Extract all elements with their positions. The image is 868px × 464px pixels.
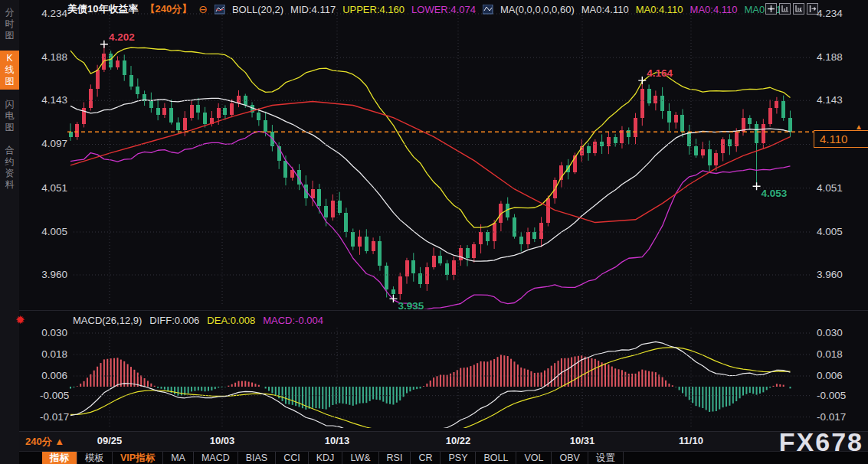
ma-value-3: MA0:4.110	[690, 4, 738, 15]
price-axis-label: 4.188	[40, 51, 67, 63]
macd-macd-value: MACD:-0.004	[263, 315, 323, 326]
macd-axis-label: -0.005	[817, 390, 846, 401]
sidebar-item-char: 资	[5, 168, 15, 179]
macd-axis-label: 0.018	[817, 348, 843, 360]
price-axis-label: 4.051	[40, 182, 67, 194]
sidebar-item-char: 图	[5, 76, 15, 87]
price-arrow-icon: ▲	[855, 123, 863, 131]
tab-cr[interactable]: CR	[411, 452, 441, 464]
sidebar-item-char: K	[6, 53, 12, 64]
sidebar-item-char: 时	[5, 18, 15, 30]
boll-lower-value: LOWER:4.074	[411, 4, 476, 15]
ma-indicator-icon	[483, 5, 493, 15]
sidebar-item-contract-info[interactable]: 合约资料	[0, 142, 19, 193]
extreme-price-label: 3.935	[398, 300, 424, 312]
tab-rsi[interactable]: RSI	[379, 452, 411, 464]
tab-settings[interactable]: 设置	[588, 452, 624, 464]
boll-mid-value: MID:4.117	[290, 4, 336, 15]
pan-right-icon[interactable]	[807, 3, 818, 15]
chart-canvas[interactable]	[0, 0, 868, 464]
ma-label: MA(0,0,0,0,0,60)	[500, 4, 575, 15]
sidebar-item-timeshare[interactable]: 分时图	[0, 5, 19, 44]
tab-template[interactable]: 模板	[77, 452, 113, 464]
price-axis-label: 4.005	[40, 226, 67, 237]
axis-scale-left-icon[interactable]	[779, 3, 791, 15]
tab-bias[interactable]: BIAS	[238, 452, 277, 464]
tab-boll[interactable]: BOLL	[476, 452, 516, 464]
ma-value-2: MA0:4.110	[636, 4, 683, 15]
chart-toolbar	[765, 3, 818, 15]
tab-lwr[interactable]: LW&	[342, 452, 378, 464]
tab-vol[interactable]: VOL	[516, 452, 552, 464]
macd-diff-value: DIFF:0.006	[149, 315, 199, 326]
price-axis-label: 4.097	[40, 138, 67, 149]
sidebar-item-kline[interactable]: K线图	[0, 51, 19, 90]
sidebar-item-char: 电	[5, 110, 15, 122]
sidebar-item-char: 合	[5, 145, 15, 156]
tab-obv[interactable]: OBV	[552, 452, 588, 464]
macd-axis-label: 0.018	[40, 348, 67, 360]
date-tick-label: 10/31	[570, 435, 595, 446]
sidebar-item-char: 约	[5, 156, 15, 168]
macd-axis-label: -0.005	[40, 390, 67, 401]
indicator-tabbar: 指标模板VIP指标MAMACDBIASCCIKDJLW&RSICRPSYBOLL…	[19, 451, 868, 464]
macd-params: MACD(26,12,9)	[73, 315, 142, 326]
price-axis-label: 4.005	[817, 226, 843, 237]
tab-ma[interactable]: MA	[163, 452, 194, 464]
crosshair-tool-icon[interactable]	[765, 3, 777, 15]
sidebar-item-char: 图	[5, 30, 15, 41]
date-tick-label: 10/03	[210, 435, 235, 446]
macd-axis-label: 0.006	[817, 370, 843, 381]
price-axis-label: 4.051	[817, 182, 843, 194]
sidebar-item-char: 线	[5, 64, 15, 76]
watermark: FX678	[779, 427, 863, 457]
chevron-up-icon: ▲	[54, 436, 64, 447]
tab-kdj[interactable]: KDJ	[309, 452, 343, 464]
date-tick-label: 09/25	[97, 435, 123, 446]
price-axis-label: 3.960	[40, 269, 67, 280]
macd-axis-label: 0.030	[40, 327, 67, 338]
sidebar-item-char: 料	[5, 179, 15, 191]
macd-dea-value: DEA:0.008	[207, 315, 255, 326]
macd-axis-label: -0.017	[817, 411, 846, 423]
tab-cci[interactable]: CCI	[276, 452, 309, 464]
tab-psy[interactable]: PSY	[441, 452, 476, 464]
macd-axis-label: -0.017	[40, 411, 67, 423]
boll-indicator-icon	[215, 5, 225, 15]
extreme-price-label: 4.164	[647, 67, 673, 79]
macd-axis-label: 0.006	[40, 370, 67, 381]
date-tick-label: 10/13	[325, 435, 350, 446]
tab-indicator[interactable]: 指标	[42, 452, 77, 464]
macd-axis-label: 0.030	[817, 327, 843, 338]
price-axis-label: 4.188	[817, 51, 843, 63]
price-axis-label: 4.143	[40, 94, 67, 106]
date-tick-label: 10/22	[446, 435, 471, 446]
price-axis-label: 4.234	[40, 8, 67, 19]
price-axis-label: 4.143	[817, 94, 843, 106]
period-badge[interactable]: 【240分】	[145, 2, 192, 16]
macd-label-row: MACD(26,12,9) DIFF:0.006 DEA:0.008 MACD:…	[73, 315, 323, 326]
boll-label: BOLL(20,2)	[232, 4, 283, 15]
sidebar-item-char: 图	[5, 122, 15, 133]
symbol-title: 美债10年收益率	[67, 2, 138, 16]
sidebar-item-char: 分	[5, 7, 15, 18]
extreme-price-label: 4.053	[762, 188, 788, 199]
top-info-bar: 美债10年收益率 【240分】 ⊖ BOLL(20,2) MID:4.117 U…	[67, 2, 781, 16]
sidebar-item-char: 闪	[5, 99, 15, 110]
xaxis-row: 240分 ▲ 09/2510/0310/1310/2210/3111/10	[19, 431, 868, 452]
collapse-icon[interactable]: ⊖	[198, 5, 208, 14]
boll-upper-value: UPPER:4.160	[342, 4, 405, 15]
panel-divider	[19, 310, 868, 311]
sidebar-item-lightning[interactable]: 闪电图	[0, 96, 19, 136]
left-sidebar: 分时图K线图闪电图合约资料	[0, 0, 19, 464]
ma-value-1: MA0:4.110	[581, 4, 629, 15]
alarm-indicator-icon[interactable]: ✹	[15, 313, 25, 327]
tab-macd[interactable]: MACD	[194, 452, 238, 464]
date-tick-label: 11/10	[679, 435, 703, 446]
current-price-tag: 4.110	[814, 130, 868, 148]
price-axis-label: 4.234	[817, 8, 843, 19]
extreme-price-label: 4.202	[109, 31, 135, 43]
axis-scale-right-icon[interactable]	[793, 3, 804, 15]
tab-vip-indicator[interactable]: VIP指标	[113, 452, 163, 464]
period-selector[interactable]: 240分 ▲	[25, 435, 64, 449]
